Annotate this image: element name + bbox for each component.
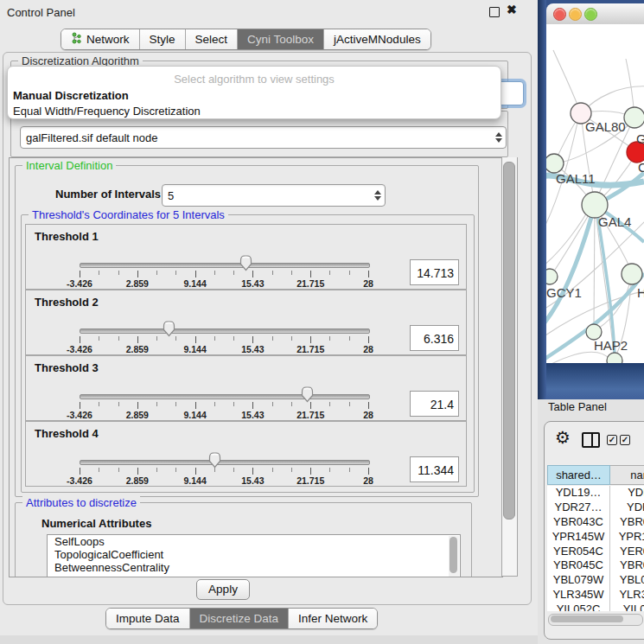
cell-name[interactable]: YBL079W [610,573,644,588]
slider-thumb[interactable] [207,451,222,469]
minimize-traffic-light[interactable] [569,8,582,21]
slider-tick [80,336,80,343]
threshold-value-field[interactable]: 11.344 [410,456,459,482]
tab-infer-network[interactable]: Infer Network [288,609,377,628]
slider-track[interactable] [80,328,370,334]
threshold-value-field[interactable]: 6.316 [410,325,459,351]
tab-style[interactable]: Style [139,29,185,49]
slider-tick [175,271,176,275]
panel-scrollbar-thumb[interactable] [503,162,515,520]
tab-jactivemnodules[interactable]: jActiveMNodules [323,29,430,49]
network-node[interactable] [546,269,558,284]
slider-tick [156,468,157,472]
tab-select[interactable]: Select [185,29,238,49]
network-node[interactable] [622,264,642,284]
slider-tick-label: 15.43 [226,410,278,420]
cell-shared-name[interactable]: YER054C [547,545,610,559]
slider-thumb[interactable] [239,254,253,271]
network-node[interactable] [624,107,644,128]
slider-tick [99,468,99,472]
algorithm-option[interactable]: Manual Discretization [8,87,501,103]
slider-tick [137,271,138,277]
slider-tick [156,271,157,275]
tab-network[interactable]: Network [61,29,139,49]
cell-shared-name[interactable]: YBR045C [547,558,610,573]
cell-shared-name[interactable]: YIL052C [547,603,610,611]
table-row[interactable]: YDR27…YDR27 [547,501,644,515]
cell-shared-name[interactable]: YLR345W [547,588,610,603]
slider-tick-label: 2.859 [112,278,163,289]
float-window-icon[interactable] [489,7,500,17]
number-of-intervals-combo[interactable]: 5 [162,184,386,207]
network-canvas[interactable]: GAL80GACGAL11GAL4GCY1HHAP2 [546,24,644,363]
slider-track[interactable] [80,394,370,399]
tab-label: Impute Data [116,612,180,625]
cell-name[interactable]: YBR043C [610,515,644,530]
table-row[interactable]: YPR145WYPR145W [547,530,644,545]
slider-tick [195,468,196,475]
slider-tick [349,271,350,275]
checkbox-icon[interactable]: ✓ [620,435,630,445]
table-h-scrollbar[interactable] [548,614,643,626]
table-row[interactable]: YBR045CYBR045C [547,558,644,573]
tab-discretize-data[interactable]: Discretize Data [189,609,289,628]
cell-name[interactable]: YDR27 [610,501,644,515]
slider-tick [99,271,99,275]
slider-track[interactable] [80,460,370,465]
checkbox-icon[interactable]: ✓ [607,435,617,445]
table-row[interactable]: YLR345WYLR345W [547,588,644,603]
slider-tick-label: 28 [342,278,394,289]
attribute-list-item[interactable]: BetweennessCentrality [48,561,460,574]
close-icon[interactable]: ✖ [507,3,517,16]
table-row[interactable]: YDL19…YDL19 [547,486,644,501]
slider-thumb[interactable] [162,320,176,337]
threshold-value-field[interactable]: 14.713 [410,259,459,285]
columns-icon[interactable] [582,432,600,448]
cell-shared-name[interactable]: YDR27… [547,501,610,515]
gear-icon[interactable]: ⚙ [555,429,571,446]
table-row[interactable]: YIL052CYIL052C [547,603,644,611]
table-data-combo[interactable]: galFiltered.sif default node [20,126,507,149]
algorithm-option[interactable]: Equal Width/Frequency Discretization [8,103,501,118]
numerical-attributes-list[interactable]: SelfLoopsTopologicalCoefficientBetweenne… [47,534,461,577]
tab-impute-data[interactable]: Impute Data [106,609,189,628]
attribute-list-item[interactable]: SelfLoops [48,535,460,548]
slider-tick [349,336,350,341]
network-node[interactable] [607,353,622,363]
number-of-intervals-label: Number of Intervals [55,188,161,201]
attribute-list-item[interactable]: TopologicalCoefficient [48,548,460,561]
apply-button[interactable]: Apply [196,579,250,600]
slider-tick [137,402,138,409]
slider-track[interactable] [80,263,370,268]
attributes-scrollbar[interactable] [449,536,459,577]
table-row[interactable]: YBR043CYBR043C [547,515,644,530]
threshold-value-field[interactable]: 21.4 [410,391,459,417]
panel-scrollbar[interactable] [501,157,518,577]
attributes-group: Attributes to discretize Numerical Attri… [15,502,472,577]
network-node[interactable] [546,154,564,173]
cell-shared-name[interactable]: YBR043C [547,515,610,530]
cell-name[interactable]: YDL19 [610,486,644,501]
cell-name[interactable]: YPR145W [610,530,644,545]
table-h-scrollbar-thumb[interactable] [551,615,623,622]
zoom-traffic-light[interactable] [584,8,597,21]
cell-name[interactable]: YIL052C [610,603,644,611]
slider-tick-label: 15.43 [226,344,278,354]
network-window-titlebar[interactable] [546,3,644,25]
cell-shared-name[interactable]: YBL079W [547,573,610,588]
cell-shared-name[interactable]: YPR145W [547,530,610,545]
column-header-name[interactable]: name [610,465,644,485]
table-row[interactable]: YBL079WYBL079W [547,573,644,588]
cell-shared-name[interactable]: YDL19… [547,486,610,501]
cell-name[interactable]: YER054C [610,545,644,559]
close-traffic-light[interactable] [553,8,566,21]
column-header-shared-name[interactable]: shared… [547,465,610,485]
tab-cyni-toolbox[interactable]: Cyni Toolbox [237,29,323,49]
slider-tick [137,336,138,343]
cell-name[interactable]: YBR045C [610,558,644,573]
table-row[interactable]: YER054CYER054C [547,545,644,559]
slider-tick [175,468,176,472]
slider-thumb[interactable] [300,386,315,403]
cell-name[interactable]: YLR345W [610,588,644,603]
attributes-scrollbar-thumb[interactable] [450,537,457,573]
